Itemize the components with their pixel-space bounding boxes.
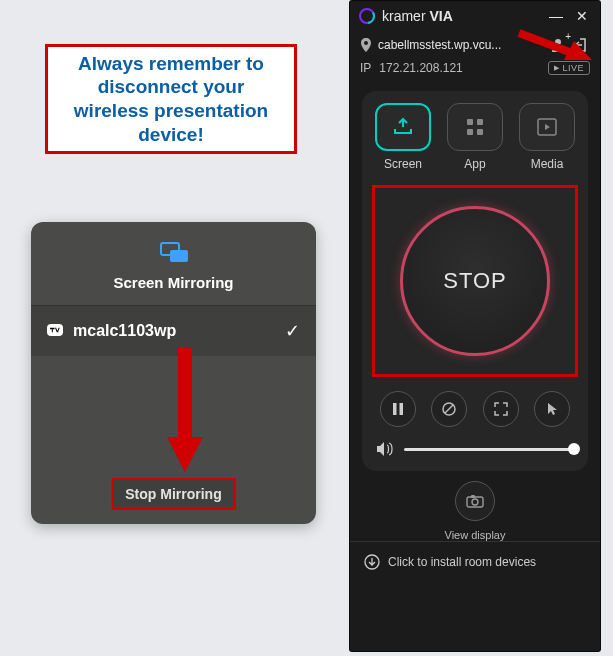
live-badge-text: LIVE [562, 63, 584, 73]
stop-highlight-box: STOP [372, 185, 578, 377]
via-connection-row: cabellmsstest.wp.vcu... + [350, 31, 600, 59]
minimize-button[interactable]: — [546, 7, 566, 25]
exit-button[interactable] [574, 37, 590, 53]
connection-host: cabellmsstest.wp.vcu... [378, 38, 501, 52]
svg-rect-21 [471, 495, 475, 498]
kramer-via-window: kramer VIA — ✕ cabellmsstest.wp.vcu... +… [350, 1, 600, 651]
kramer-logo-icon [358, 7, 376, 25]
ip-label: IP [360, 61, 371, 75]
brand-prefix: kramer [382, 8, 429, 24]
callout-text: Always remember to disconnect your wirel… [62, 52, 280, 147]
cursor-icon [546, 402, 558, 416]
screen-mirroring-panel: Screen Mirroring ᴛᴠ mcalc1103wp ✓ Stop M… [31, 222, 316, 524]
via-tabs: Screen App Media [372, 103, 578, 171]
install-room-devices[interactable]: Click to install room devices [350, 541, 600, 582]
fullscreen-icon [494, 402, 508, 416]
pause-button[interactable] [380, 391, 416, 427]
ip-value: 172.21.208.121 [379, 61, 462, 75]
mirror-title: Screen Mirroring [31, 274, 316, 291]
via-ip-row: IP 172.21.208.121 LIVE [350, 59, 600, 83]
selected-check-icon: ✓ [285, 320, 300, 342]
share-screen-icon [392, 116, 414, 138]
volume-icon [376, 441, 394, 457]
volume-slider[interactable] [404, 448, 574, 451]
svg-point-20 [472, 499, 478, 505]
svg-point-6 [555, 39, 561, 45]
apps-grid-icon [465, 117, 485, 137]
svg-rect-9 [467, 119, 473, 125]
install-label: Click to install room devices [388, 555, 536, 569]
svg-rect-15 [393, 403, 397, 415]
mirror-device-name: mcalc1103wp [73, 322, 275, 340]
svg-marker-14 [545, 124, 550, 130]
svg-rect-12 [477, 129, 483, 135]
live-badge[interactable]: LIVE [548, 61, 590, 75]
via-main-panel: Screen App Media STOP [362, 91, 588, 471]
plus-badge: + [565, 31, 571, 42]
annotation-arrow-down-icon [165, 342, 205, 472]
svg-marker-3 [167, 437, 203, 472]
camera-icon [466, 494, 484, 508]
mirror-header: Screen Mirroring [31, 222, 316, 305]
disconnect-callout: Always remember to disconnect your wirel… [45, 44, 297, 154]
view-display-button[interactable] [455, 481, 495, 521]
stop-mirroring-button[interactable]: Stop Mirroring [111, 478, 235, 510]
svg-rect-11 [467, 129, 473, 135]
apple-tv-icon: ᴛᴠ [47, 324, 63, 336]
volume-row [372, 441, 578, 457]
do-not-disturb-button[interactable] [431, 391, 467, 427]
mirror-device-row[interactable]: ᴛᴠ mcalc1103wp ✓ [31, 306, 316, 356]
download-icon [364, 554, 380, 570]
svg-rect-10 [477, 119, 483, 125]
view-display-section: View display [350, 481, 600, 541]
cursor-button[interactable] [534, 391, 570, 427]
svg-rect-1 [170, 250, 188, 262]
brand-bold: VIA [429, 8, 452, 24]
svg-rect-16 [399, 403, 403, 415]
volume-thumb[interactable] [568, 443, 580, 455]
tab-app-label: App [464, 157, 485, 171]
via-titlebar: kramer VIA — ✕ [350, 1, 600, 31]
stop-sharing-button[interactable]: STOP [400, 206, 550, 356]
tab-media-label: Media [531, 157, 564, 171]
view-display-label: View display [445, 529, 506, 541]
screen-mirroring-icon [160, 242, 188, 262]
add-participant-button[interactable]: + [550, 37, 566, 53]
fullscreen-button[interactable] [483, 391, 519, 427]
tab-screen-label: Screen [384, 157, 422, 171]
do-not-disturb-icon [441, 401, 457, 417]
via-brand-label: kramer VIA [382, 8, 453, 24]
tab-app[interactable]: App [444, 103, 506, 171]
pause-icon [392, 402, 404, 416]
svg-line-18 [445, 405, 453, 413]
close-button[interactable]: ✕ [572, 7, 592, 25]
media-play-icon [536, 117, 558, 137]
tab-media[interactable]: Media [516, 103, 578, 171]
location-pin-icon [360, 38, 372, 52]
tab-screen[interactable]: Screen [372, 103, 434, 171]
via-controls [372, 391, 578, 427]
